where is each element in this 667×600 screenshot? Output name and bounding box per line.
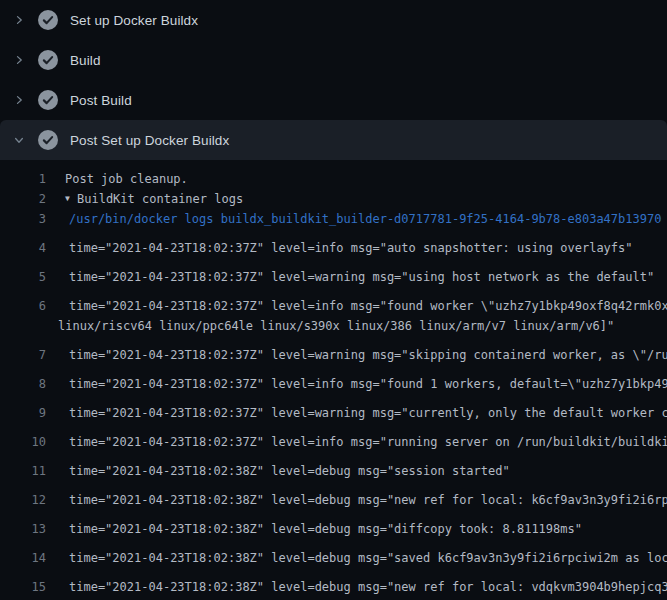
log-line-number[interactable]: 13 — [0, 519, 46, 539]
log-line-number[interactable]: 8 — [0, 374, 46, 394]
log-line: 5 time="2021-04-23T18:02:37Z" level=warn… — [0, 258, 667, 287]
log-line: 14 time="2021-04-23T18:02:38Z" level=deb… — [0, 539, 667, 568]
log-line-number[interactable]: 14 — [0, 548, 46, 568]
step-status-check-icon — [38, 10, 58, 30]
step-label: Post Set up Docker Buildx — [70, 133, 229, 148]
log-line-number[interactable]: 4 — [0, 238, 46, 258]
log-line: 7 time="2021-04-23T18:02:37Z" level=warn… — [0, 336, 667, 365]
log-line-text: time="2021-04-23T18:02:38Z" level=debug … — [46, 577, 667, 597]
step-label: Set up Docker Buildx — [70, 13, 198, 28]
log-line-number[interactable]: 9 — [0, 403, 46, 423]
log-line-text: ▼BuildKit container logs — [46, 189, 243, 209]
log-line-number[interactable]: 6 — [0, 296, 46, 316]
chevron-right-icon — [12, 13, 26, 27]
chevron-right-icon — [12, 93, 26, 107]
step-status-check-icon — [38, 130, 58, 150]
log-line-text: time="2021-04-23T18:02:38Z" level=debug … — [46, 519, 582, 539]
log-line: 4 time="2021-04-23T18:02:37Z" level=info… — [0, 229, 667, 258]
log-line-text: time="2021-04-23T18:02:37Z" level=warnin… — [46, 403, 667, 423]
log-line-number[interactable] — [0, 316, 46, 336]
log-line: 1 Post job cleanup. — [0, 169, 667, 189]
log-line-number[interactable]: 3 — [0, 209, 46, 229]
log-viewer: 1 Post job cleanup. 2 ▼BuildKit containe… — [0, 160, 667, 600]
log-line: 3 /usr/bin/docker logs buildx_buildkit_b… — [0, 209, 667, 229]
log-line-number[interactable]: 12 — [0, 490, 46, 510]
step-row[interactable]: Post Set up Docker Buildx — [0, 120, 667, 160]
log-line-text: time="2021-04-23T18:02:38Z" level=debug … — [46, 548, 667, 568]
log-group-toggle[interactable]: ▼BuildKit container logs — [46, 189, 243, 209]
log-line: linux/riscv64 linux/ppc64le linux/s390x … — [0, 316, 667, 336]
step-list: Set up Docker Buildx Build Post Build — [0, 0, 667, 160]
log-line-number[interactable]: 1 — [0, 169, 46, 189]
log-line: 10 time="2021-04-23T18:02:37Z" level=inf… — [0, 423, 667, 452]
log-line-number[interactable]: 10 — [0, 432, 46, 452]
log-line: 15 time="2021-04-23T18:02:38Z" level=deb… — [0, 568, 667, 597]
log-line-text: time="2021-04-23T18:02:37Z" level=warnin… — [46, 345, 667, 365]
log-line-text: Post job cleanup. — [46, 169, 188, 189]
log-line-text: time="2021-04-23T18:02:38Z" level=debug … — [46, 461, 510, 481]
log-group-label: BuildKit container logs — [77, 189, 243, 209]
step-row[interactable]: Build — [0, 40, 667, 80]
log-line-number[interactable]: 2 — [0, 189, 46, 209]
log-line: 11 time="2021-04-23T18:02:38Z" level=deb… — [0, 452, 667, 481]
step-status-check-icon — [38, 90, 58, 110]
log-line-text: time="2021-04-23T18:02:37Z" level=warnin… — [46, 267, 654, 287]
log-line-text: time="2021-04-23T18:02:38Z" level=debug … — [46, 490, 667, 510]
log-line-text: time="2021-04-23T18:02:37Z" level=info m… — [46, 374, 667, 394]
step-label: Build — [70, 53, 101, 68]
log-line-number[interactable]: 7 — [0, 345, 46, 365]
chevron-right-icon — [12, 53, 26, 67]
chevron-down-icon — [12, 133, 26, 147]
log-line: 12 time="2021-04-23T18:02:38Z" level=deb… — [0, 481, 667, 510]
group-expanded-triangle-icon: ▼ — [65, 189, 77, 209]
log-line-text: linux/riscv64 linux/ppc64le linux/s390x … — [46, 316, 614, 336]
log-line-text: /usr/bin/docker logs buildx_buildkit_bui… — [46, 209, 661, 229]
log-line-text: time="2021-04-23T18:02:37Z" level=info m… — [46, 296, 667, 316]
log-line: 2 ▼BuildKit container logs — [0, 189, 667, 209]
log-line: 13 time="2021-04-23T18:02:38Z" level=deb… — [0, 510, 667, 539]
step-label: Post Build — [70, 93, 132, 108]
step-row[interactable]: Post Build — [0, 80, 667, 120]
log-line-text: time="2021-04-23T18:02:37Z" level=info m… — [46, 432, 667, 452]
log-line-number[interactable]: 15 — [0, 577, 46, 597]
log-line-number[interactable]: 11 — [0, 461, 46, 481]
log-line-text: time="2021-04-23T18:02:37Z" level=info m… — [46, 238, 633, 258]
step-row[interactable]: Set up Docker Buildx — [0, 0, 667, 40]
log-line-number[interactable]: 5 — [0, 267, 46, 287]
log-line: 6 time="2021-04-23T18:02:37Z" level=info… — [0, 287, 667, 316]
log-line: 9 time="2021-04-23T18:02:37Z" level=warn… — [0, 394, 667, 423]
log-line: 8 time="2021-04-23T18:02:37Z" level=info… — [0, 365, 667, 394]
step-status-check-icon — [38, 50, 58, 70]
